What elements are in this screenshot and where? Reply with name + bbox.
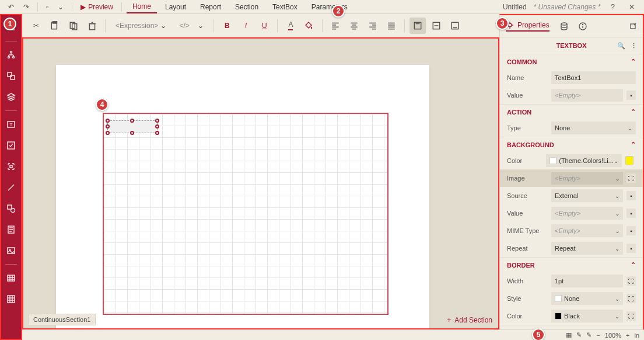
grid-toggle-icon[interactable]: ▦ — [566, 331, 572, 339]
value-fx-button[interactable]: ▪ — [626, 91, 636, 100]
field-source[interactable]: External⌄ — [551, 189, 623, 202]
resize-handle[interactable] — [155, 124, 159, 129]
valign-middle-button[interactable] — [428, 18, 444, 34]
align-right-button[interactable] — [365, 18, 381, 34]
section-body[interactable] — [103, 113, 388, 315]
section-background-header[interactable]: BACKGROUND⌃ — [500, 137, 643, 152]
field-mime[interactable]: <Empty>⌄ — [551, 224, 623, 237]
section-common-header[interactable]: COMMON⌃ — [500, 54, 643, 69]
fill-color-button[interactable] — [301, 18, 317, 34]
data-tab[interactable] — [560, 22, 568, 30]
bcolor-expand[interactable]: ⛶ — [626, 311, 636, 321]
tag-dropdown[interactable]: </>⌄ — [174, 19, 209, 33]
text-tool-icon[interactable]: T — [1, 115, 21, 134]
paste-button[interactable] — [65, 18, 82, 34]
svg-rect-18 — [8, 205, 12, 209]
hierarchy-icon[interactable] — [1, 45, 21, 65]
svg-rect-26 — [8, 275, 15, 281]
copy-button[interactable] — [47, 18, 63, 34]
container-tool-icon[interactable] — [1, 157, 21, 176]
layers-icon[interactable] — [1, 87, 21, 107]
matrix-tool-icon[interactable] — [1, 289, 21, 309]
add-section-button[interactable]: + Add Section — [447, 316, 492, 324]
repeat-fx[interactable]: ▪ — [626, 244, 636, 253]
checkbox-tool-icon[interactable] — [1, 136, 21, 155]
properties-tab[interactable]: Properties — [506, 21, 550, 32]
snap-toggle-icon[interactable]: ✎ — [576, 331, 582, 339]
close-button[interactable]: ✕ — [625, 1, 638, 13]
more-icon[interactable]: ⋮ — [631, 42, 637, 50]
bstyle-expand[interactable]: ⛶ — [626, 294, 636, 303]
label-source: Source — [507, 192, 548, 199]
report-page[interactable] — [56, 65, 429, 329]
label-bgimage: Image — [507, 175, 548, 182]
bold-button[interactable]: B — [219, 18, 235, 34]
delete-button[interactable] — [84, 18, 100, 34]
resize-handle[interactable] — [130, 131, 134, 135]
valign-bottom-button[interactable] — [447, 18, 463, 34]
tab-report[interactable]: Report — [194, 1, 227, 13]
shape-tool-icon[interactable] — [1, 199, 21, 218]
source-fx[interactable]: ▪ — [626, 191, 636, 200]
search-icon[interactable]: 🔍 — [617, 42, 625, 50]
richtext-tool-icon[interactable] — [1, 220, 21, 240]
field-type[interactable]: None⌄ — [551, 122, 636, 134]
field-bstyle[interactable]: None⌄ — [551, 292, 623, 305]
image-tool-icon[interactable] — [1, 241, 21, 261]
valign-top-button[interactable] — [410, 18, 426, 34]
selected-textbox[interactable] — [107, 120, 158, 133]
expression-dropdown[interactable]: <Expression>⌄ — [110, 19, 172, 33]
label-name: Name — [507, 74, 548, 81]
field-bgvalue[interactable]: <Empty>⌄ — [551, 207, 623, 220]
align-justify-button[interactable] — [383, 18, 400, 34]
pin-panel-button[interactable] — [629, 22, 637, 30]
group-icon[interactable] — [1, 66, 21, 86]
cut-button[interactable]: ✂ — [28, 18, 44, 34]
align-left-button[interactable] — [327, 18, 344, 34]
align-center-button[interactable] — [346, 18, 362, 34]
italic-button[interactable]: I — [237, 18, 254, 34]
unit-label[interactable]: in — [634, 332, 639, 339]
field-bgimage[interactable]: <Empty>⌄ — [551, 172, 623, 185]
line-tool-icon[interactable] — [1, 178, 21, 197]
resize-handle[interactable] — [106, 119, 110, 123]
zoom-out-button[interactable]: − — [596, 332, 600, 339]
resize-handle[interactable] — [106, 124, 110, 129]
field-bwidth[interactable]: 1pt — [551, 275, 623, 287]
section-tab[interactable]: ContinuousSection1 — [28, 314, 96, 325]
bgvalue-fx[interactable]: ▪ — [626, 209, 636, 218]
table-tool-icon[interactable] — [1, 268, 21, 288]
field-bgcolor[interactable]: (Theme.Colors!Li...⌄ — [546, 154, 622, 167]
resize-handle[interactable] — [106, 131, 110, 135]
ruler-toggle-icon[interactable]: ✎ — [586, 331, 592, 339]
preview-button[interactable]: ▶ Preview — [77, 1, 117, 13]
redo-button[interactable]: ↷ — [20, 1, 33, 13]
tab-layout[interactable]: Layout — [159, 1, 192, 13]
tab-textbox[interactable]: TextBox — [267, 1, 303, 13]
undo-button[interactable]: ↶ — [5, 1, 18, 13]
resize-handle[interactable] — [155, 119, 159, 123]
bgcolor-fx[interactable] — [625, 156, 634, 165]
resize-handle[interactable] — [130, 119, 134, 123]
field-bcolor[interactable]: Black⌄ — [551, 310, 623, 322]
svg-rect-40 — [89, 23, 94, 29]
resize-handle[interactable] — [155, 131, 159, 135]
tab-parameters[interactable]: Parameters — [306, 1, 354, 13]
save-button[interactable]: ▫ — [43, 1, 52, 13]
tab-home[interactable]: Home — [127, 1, 157, 13]
field-repeat[interactable]: Repeat⌄ — [551, 242, 623, 255]
save-dropdown[interactable]: ⌄ — [54, 1, 67, 13]
section-action-header[interactable]: ACTION⌃ — [500, 105, 643, 119]
bgimage-expand[interactable]: ⛶ — [626, 174, 636, 183]
underline-button[interactable]: U — [256, 18, 272, 34]
field-name[interactable]: TextBox1 — [551, 71, 636, 84]
bwidth-expand[interactable]: ⛶ — [626, 276, 636, 286]
help-button[interactable]: ? — [607, 1, 618, 13]
tab-section[interactable]: Section — [229, 1, 264, 13]
mime-fx[interactable]: ▪ — [626, 226, 636, 235]
field-value[interactable]: <Empty> — [551, 89, 623, 102]
zoom-in-button[interactable]: + — [626, 332, 629, 339]
font-color-button[interactable]: A — [282, 18, 299, 34]
info-tab[interactable] — [579, 22, 587, 30]
section-border-header[interactable]: BORDER⌃ — [500, 258, 643, 272]
